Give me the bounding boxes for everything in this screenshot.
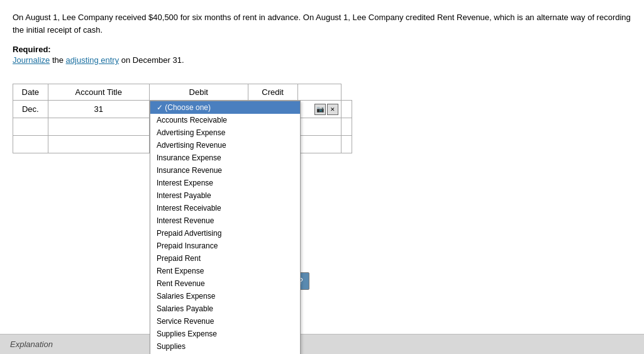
empty-date-1 (13, 118, 48, 136)
dropdown-option-insurance-expense[interactable]: Insurance Expense (150, 152, 300, 164)
table-row: Dec. 31 ✓ (Choose one) Accounts Receivab… (13, 101, 352, 118)
header-actions (297, 84, 341, 101)
instruction-text-suffix: on December 31. (121, 55, 184, 65)
close-icon[interactable]: ✕ (327, 104, 338, 115)
dropdown-option-interest-expense[interactable]: Interest Expense (150, 177, 300, 189)
credit-cell[interactable]: 📷 ✕ (297, 101, 341, 118)
intro-text: On August 1, Lee Company received $40,50… (13, 13, 631, 35)
credit-input-3[interactable] (303, 140, 336, 149)
empty-action-2 (341, 136, 352, 153)
dropdown-option-rent-expense[interactable]: Rent Expense (150, 265, 300, 277)
checkmark-icon: ✓ (157, 103, 165, 112)
date-month: Dec. (22, 104, 39, 114)
credit-input-2[interactable] (303, 122, 336, 131)
required-label: Required: (13, 45, 51, 54)
dropdown-option-prepaid-advertising[interactable]: Prepaid Advertising (150, 227, 300, 240)
action-cell-1 (341, 101, 352, 118)
dropdown-option-prepaid-rent[interactable]: Prepaid Rent (150, 252, 300, 265)
account-title-cell[interactable]: ✓ (Choose one) Accounts Receivable Adver… (149, 101, 248, 118)
dropdown-option-advertising-revenue[interactable]: Advertising Revenue (150, 139, 300, 152)
dropdown-placeholder[interactable]: ✓ (Choose one) (150, 101, 300, 114)
camera-icon[interactable]: 📷 (314, 104, 326, 115)
table-header-row: Date Account Title Debit Credit (13, 84, 352, 101)
dropdown-option-salaries-payable[interactable]: Salaries Payable (150, 302, 300, 315)
header-account-title: Account Title (48, 84, 149, 101)
dropdown-option-interest-payable[interactable]: Interest Payable (150, 189, 300, 202)
dropdown-option-rent-revenue[interactable]: Rent Revenue (150, 277, 300, 290)
dropdown-option-advertising-expense[interactable]: Advertising Expense (150, 126, 300, 139)
journal-table: Date Account Title Debit Credit Dec. 31 (13, 84, 352, 153)
empty-action-1 (341, 118, 352, 136)
dropdown-option-interest-receivable[interactable]: Interest Receivable (150, 202, 300, 214)
dropdown-option-service-revenue[interactable]: Service Revenue (150, 315, 300, 328)
empty-credit-2[interactable] (297, 136, 341, 153)
dropdown-option-salaries-expense[interactable]: Salaries Expense (150, 290, 300, 302)
journalize-link[interactable]: Journalize (13, 55, 50, 65)
empty-date-3 (13, 136, 48, 153)
date-month-cell: Dec. (13, 101, 48, 118)
header-date: Date (13, 84, 48, 101)
dropdown-option-insurance-revenue[interactable]: Insurance Revenue (150, 164, 300, 177)
empty-date-4 (48, 136, 149, 153)
date-day: 31 (94, 104, 103, 114)
instruction-text-prefix: the (52, 55, 66, 65)
dropdown-option-supplies[interactable]: Supplies (150, 340, 300, 353)
dropdown-option-interest-revenue[interactable]: Interest Revenue (150, 214, 300, 227)
credit-cell-icons: 📷 ✕ (314, 104, 338, 115)
dropdown-option-accounts-receivable[interactable]: Accounts Receivable (150, 114, 300, 126)
intro-paragraph: On August 1, Lee Company received $40,50… (13, 11, 631, 36)
header-credit: Credit (248, 84, 297, 101)
header-debit: Debit (149, 84, 248, 101)
dropdown-option-supplies-expense[interactable]: Supplies Expense (150, 328, 300, 340)
date-day-cell: 31 (48, 101, 149, 118)
empty-date-2 (48, 118, 149, 136)
explanation-label: Explanation (10, 340, 53, 349)
adjusting-entry-link[interactable]: adjusting entry (66, 55, 119, 65)
journal-table-wrapper: Date Account Title Debit Credit Dec. 31 (13, 84, 352, 153)
account-dropdown[interactable]: ✓ (Choose one) Accounts Receivable Adver… (150, 101, 301, 354)
required-section: Required: Journalize the adjusting entry… (13, 45, 631, 65)
dropdown-option-prepaid-insurance[interactable]: Prepaid Insurance (150, 240, 300, 252)
main-page: On August 1, Lee Company received $40,50… (0, 0, 644, 354)
empty-credit-1[interactable] (297, 118, 341, 136)
explanation-bar: Explanation (0, 334, 644, 354)
